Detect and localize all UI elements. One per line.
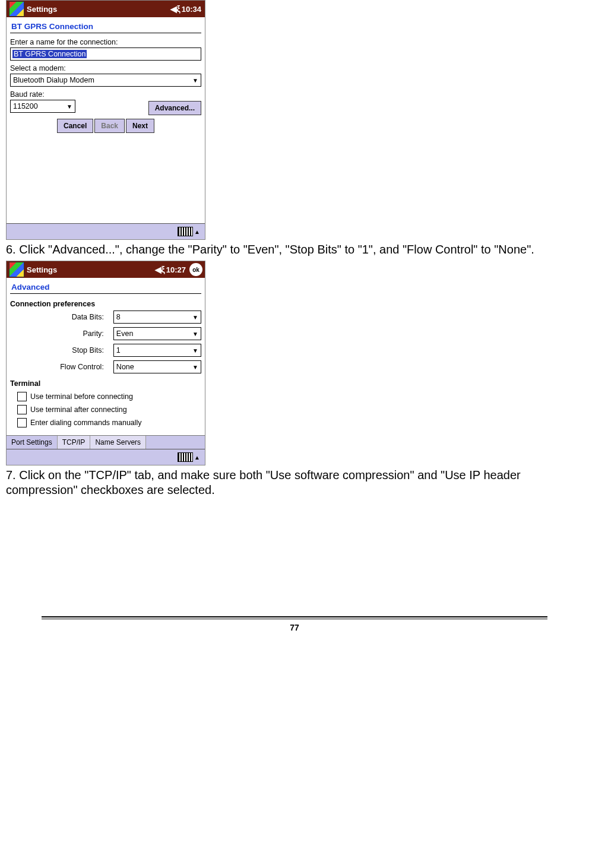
page-number: 77 — [6, 623, 583, 632]
tab-name-servers[interactable]: Name Servers — [90, 436, 146, 449]
parity-label: Parity: — [10, 330, 113, 338]
terminal-before-label: Use terminal before connecting — [30, 392, 133, 401]
volume-icon[interactable]: ◀ξ — [170, 4, 180, 14]
chevron-down-icon: ▼ — [192, 331, 198, 337]
parity-value: Even — [116, 330, 134, 338]
device-screenshot-2: Settings ◀ξ 10:27 ok Advanced Connection… — [6, 261, 205, 465]
up-arrow-icon[interactable]: ▲ — [194, 454, 200, 461]
device-screenshot-1: Settings ◀ξ 10:34 BT GPRS Connection Ent… — [6, 0, 205, 240]
name-label: Enter a name for the connection: — [10, 37, 201, 47]
data-bits-label: Data Bits: — [10, 313, 113, 321]
terminal-header: Terminal — [10, 377, 201, 390]
connection-name-value: BT GPRS Connection — [12, 50, 87, 58]
flow-control-select[interactable]: None ▼ — [113, 360, 201, 373]
baud-label: Baud rate: — [10, 89, 201, 100]
flow-control-label: Flow Control: — [10, 363, 113, 371]
screen-heading: Advanced — [10, 280, 201, 293]
manual-dial-label: Enter dialing commands manually — [30, 419, 142, 427]
start-icon[interactable] — [9, 262, 24, 277]
connection-name-input[interactable]: BT GPRS Connection — [10, 47, 201, 61]
connection-preferences-header: Connection preferences — [10, 297, 201, 311]
tab-tcpip[interactable]: TCP/IP — [58, 436, 91, 449]
baud-select[interactable]: 115200 ▼ — [10, 100, 75, 113]
data-bits-select[interactable]: 8 ▼ — [113, 311, 201, 324]
chevron-down-icon: ▼ — [192, 314, 198, 321]
back-button: Back — [94, 119, 125, 133]
clock: 10:34 — [182, 5, 201, 14]
keyboard-icon[interactable] — [178, 452, 193, 462]
start-icon[interactable] — [9, 1, 24, 17]
sip-bar: ▲ — [7, 223, 205, 239]
sip-bar: ▲ — [7, 449, 205, 465]
terminal-before-checkbox[interactable] — [17, 392, 27, 401]
terminal-after-checkbox[interactable] — [17, 405, 27, 414]
title-bar: Settings ◀ξ 10:34 — [7, 1, 205, 17]
modem-value: Bluetooth Dialup Modem — [13, 76, 94, 84]
manual-dial-checkbox[interactable] — [17, 418, 27, 427]
cancel-button[interactable]: Cancel — [57, 119, 93, 133]
title-bar: Settings ◀ξ 10:27 ok — [7, 261, 205, 278]
clock: 10:27 — [166, 265, 186, 274]
terminal-after-label: Use terminal after connecting — [30, 406, 127, 414]
tab-port-settings[interactable]: Port Settings — [7, 436, 58, 449]
chevron-down-icon: ▼ — [192, 364, 198, 370]
app-title: Settings — [27, 265, 57, 274]
chevron-down-icon: ▼ — [192, 347, 198, 354]
instruction-step-7: 7. Click on the "TCP/IP" tab, and make s… — [6, 468, 583, 498]
app-title: Settings — [27, 5, 57, 14]
keyboard-icon[interactable] — [178, 227, 193, 236]
modem-label: Select a modem: — [10, 63, 201, 74]
parity-select[interactable]: Even ▼ — [113, 327, 201, 340]
volume-icon[interactable]: ◀ξ — [155, 265, 165, 274]
chevron-down-icon: ▼ — [192, 77, 198, 84]
flow-control-value: None — [116, 363, 134, 371]
advanced-button[interactable]: Advanced... — [148, 101, 201, 115]
next-button[interactable]: Next — [126, 119, 154, 133]
stop-bits-select[interactable]: 1 ▼ — [113, 344, 201, 357]
ok-button[interactable]: ok — [189, 263, 202, 276]
data-bits-value: 8 — [116, 313, 121, 321]
up-arrow-icon[interactable]: ▲ — [194, 229, 200, 235]
footer-divider — [42, 616, 547, 619]
chevron-down-icon: ▼ — [66, 103, 72, 110]
screen-heading: BT GPRS Connection — [10, 20, 201, 33]
tab-bar: Port Settings TCP/IP Name Servers — [7, 435, 205, 449]
stop-bits-label: Stop Bits: — [10, 346, 113, 354]
stop-bits-value: 1 — [116, 346, 121, 354]
baud-value: 115200 — [13, 102, 38, 110]
instruction-step-6: 6. Click "Advanced...", change the "Pari… — [6, 242, 583, 257]
modem-select[interactable]: Bluetooth Dialup Modem ▼ — [10, 74, 201, 87]
